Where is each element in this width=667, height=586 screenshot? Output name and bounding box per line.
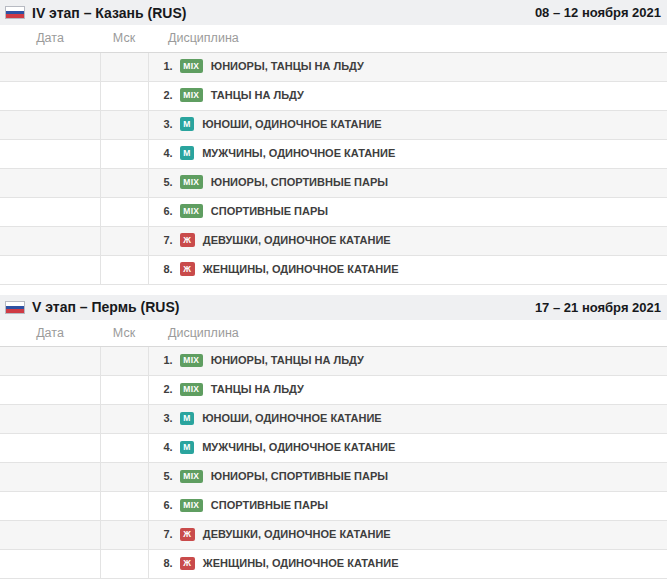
table-row[interactable]: 1. MIX ЮНИОРЫ, ТАНЦЫ НА ЛЬДУ <box>0 347 667 376</box>
gender-badge: MIX <box>180 204 203 218</box>
row-number: 1. <box>164 354 173 366</box>
row-number: 3. <box>164 412 173 424</box>
gender-badge: MIX <box>180 470 203 484</box>
discipline-cell: 6. MIX СПОРТИВНЫЕ ПАРЫ <box>148 197 667 226</box>
column-header-msk: Мск <box>100 320 148 347</box>
table-row[interactable]: 6. MIX СПОРТИВНЫЕ ПАРЫ <box>0 197 667 226</box>
msk-cell <box>100 226 148 255</box>
discipline-label: ДЕВУШКИ, ОДИНОЧНОЕ КАТАНИЕ <box>203 528 391 540</box>
date-cell <box>0 52 100 81</box>
msk-cell <box>100 255 148 284</box>
date-cell <box>0 81 100 110</box>
table-row[interactable]: 7. Ж ДЕВУШКИ, ОДИНОЧНОЕ КАТАНИЕ <box>0 521 667 550</box>
russia-flag-icon <box>5 301 25 314</box>
discipline-label: ЮНИОРЫ, СПОРТИВНЫЕ ПАРЫ <box>211 176 388 188</box>
column-header-date: Дата <box>0 25 100 52</box>
msk-cell <box>100 110 148 139</box>
gender-badge: М <box>180 117 194 131</box>
discipline-label: МУЖЧИНЫ, ОДИНОЧНОЕ КАТАНИЕ <box>202 441 395 453</box>
discipline-label: ЮНОШИ, ОДИНОЧНОЕ КАТАНИЕ <box>202 412 381 424</box>
row-number: 2. <box>164 383 173 395</box>
table-row[interactable]: 5. MIX ЮНИОРЫ, СПОРТИВНЫЕ ПАРЫ <box>0 168 667 197</box>
row-number: 4. <box>164 441 173 453</box>
date-cell <box>0 463 100 492</box>
row-number: 2. <box>164 89 173 101</box>
table-row[interactable]: 5. MIX ЮНИОРЫ, СПОРТИВНЫЕ ПАРЫ <box>0 463 667 492</box>
discipline-cell: 2. MIX ТАНЦЫ НА ЛЬДУ <box>148 81 667 110</box>
discipline-label: ТАНЦЫ НА ЛЬДУ <box>211 89 304 101</box>
msk-cell <box>100 521 148 550</box>
discipline-label: СПОРТИВНЫЕ ПАРЫ <box>211 205 328 217</box>
date-cell <box>0 405 100 434</box>
discipline-label: ТАНЦЫ НА ЛЬДУ <box>211 383 304 395</box>
gender-badge: MIX <box>180 175 203 189</box>
msk-cell <box>100 434 148 463</box>
table-row[interactable]: 8. Ж ЖЕНЩИНЫ, ОДИНОЧНОЕ КАТАНИЕ <box>0 255 667 284</box>
schedule-table: Дата Мск Дисциплина 1. MIX ЮНИОРЫ, ТАНЦЫ… <box>0 320 667 580</box>
row-number: 8. <box>164 263 173 275</box>
msk-cell <box>100 347 148 376</box>
date-cell <box>0 139 100 168</box>
row-number: 1. <box>164 60 173 72</box>
table-row[interactable]: 6. MIX СПОРТИВНЫЕ ПАРЫ <box>0 492 667 521</box>
discipline-cell: 2. MIX ТАНЦЫ НА ЛЬДУ <box>148 376 667 405</box>
discipline-cell: 3. М ЮНОШИ, ОДИНОЧНОЕ КАТАНИЕ <box>148 405 667 434</box>
gender-badge: Ж <box>180 262 195 276</box>
stage-dates: 17 – 21 ноября 2021 <box>535 300 661 315</box>
gender-badge: MIX <box>180 59 203 73</box>
table-row[interactable]: 2. MIX ТАНЦЫ НА ЛЬДУ <box>0 81 667 110</box>
msk-cell <box>100 197 148 226</box>
discipline-cell: 1. MIX ЮНИОРЫ, ТАНЦЫ НА ЛЬДУ <box>148 52 667 81</box>
row-number: 7. <box>164 528 173 540</box>
schedule-table-body: 1. MIX ЮНИОРЫ, ТАНЦЫ НА ЛЬДУ 2. MIX ТАНЦ… <box>0 52 667 284</box>
row-number: 8. <box>164 557 173 569</box>
date-cell <box>0 434 100 463</box>
schedule-page: IV этап – Казань (RUS) 08 – 12 ноября 20… <box>0 0 667 579</box>
discipline-label: ДЕВУШКИ, ОДИНОЧНОЕ КАТАНИЕ <box>203 234 391 246</box>
row-number: 3. <box>164 118 173 130</box>
discipline-label: МУЖЧИНЫ, ОДИНОЧНОЕ КАТАНИЕ <box>202 147 395 159</box>
table-row[interactable]: 3. М ЮНОШИ, ОДИНОЧНОЕ КАТАНИЕ <box>0 405 667 434</box>
column-header-row: Дата Мск Дисциплина <box>0 320 667 347</box>
table-row[interactable]: 2. MIX ТАНЦЫ НА ЛЬДУ <box>0 376 667 405</box>
russia-flag-icon <box>5 6 25 19</box>
row-number: 6. <box>164 205 173 217</box>
msk-cell <box>100 139 148 168</box>
discipline-label: ЮНОШИ, ОДИНОЧНОЕ КАТАНИЕ <box>202 118 381 130</box>
row-number: 5. <box>164 176 173 188</box>
column-header-discipline: Дисциплина <box>148 320 667 347</box>
table-row[interactable]: 7. Ж ДЕВУШКИ, ОДИНОЧНОЕ КАТАНИЕ <box>0 226 667 255</box>
stage-title-wrap: V этап – Пермь (RUS) <box>5 299 179 315</box>
row-number: 7. <box>164 234 173 246</box>
table-row[interactable]: 3. М ЮНОШИ, ОДИНОЧНОЕ КАТАНИЕ <box>0 110 667 139</box>
stage-header: V этап – Пермь (RUS) 17 – 21 ноября 2021 <box>0 295 667 320</box>
discipline-cell: 5. MIX ЮНИОРЫ, СПОРТИВНЫЕ ПАРЫ <box>148 463 667 492</box>
discipline-label: ЖЕНЩИНЫ, ОДИНОЧНОЕ КАТАНИЕ <box>203 557 399 569</box>
discipline-label: СПОРТИВНЫЕ ПАРЫ <box>211 499 328 511</box>
discipline-cell: 4. М МУЖЧИНЫ, ОДИНОЧНОЕ КАТАНИЕ <box>148 139 667 168</box>
table-row[interactable]: 8. Ж ЖЕНЩИНЫ, ОДИНОЧНОЕ КАТАНИЕ <box>0 550 667 579</box>
date-cell <box>0 521 100 550</box>
msk-cell <box>100 405 148 434</box>
date-cell <box>0 550 100 579</box>
stage-section: V этап – Пермь (RUS) 17 – 21 ноября 2021… <box>0 295 667 580</box>
msk-cell <box>100 168 148 197</box>
column-header-msk: Мск <box>100 25 148 52</box>
date-cell <box>0 197 100 226</box>
stage-section: IV этап – Казань (RUS) 08 – 12 ноября 20… <box>0 0 667 285</box>
discipline-cell: 7. Ж ДЕВУШКИ, ОДИНОЧНОЕ КАТАНИЕ <box>148 521 667 550</box>
date-cell <box>0 168 100 197</box>
msk-cell <box>100 376 148 405</box>
date-cell <box>0 376 100 405</box>
row-number: 5. <box>164 470 173 482</box>
table-row[interactable]: 4. М МУЖЧИНЫ, ОДИНОЧНОЕ КАТАНИЕ <box>0 434 667 463</box>
msk-cell <box>100 550 148 579</box>
table-row[interactable]: 1. MIX ЮНИОРЫ, ТАНЦЫ НА ЛЬДУ <box>0 52 667 81</box>
discipline-cell: 7. Ж ДЕВУШКИ, ОДИНОЧНОЕ КАТАНИЕ <box>148 226 667 255</box>
stage-title: V этап – Пермь (RUS) <box>32 299 179 315</box>
msk-cell <box>100 492 148 521</box>
discipline-cell: 8. Ж ЖЕНЩИНЫ, ОДИНОЧНОЕ КАТАНИЕ <box>148 550 667 579</box>
table-row[interactable]: 4. М МУЖЧИНЫ, ОДИНОЧНОЕ КАТАНИЕ <box>0 139 667 168</box>
discipline-cell: 1. MIX ЮНИОРЫ, ТАНЦЫ НА ЛЬДУ <box>148 347 667 376</box>
gender-badge: М <box>180 412 194 426</box>
